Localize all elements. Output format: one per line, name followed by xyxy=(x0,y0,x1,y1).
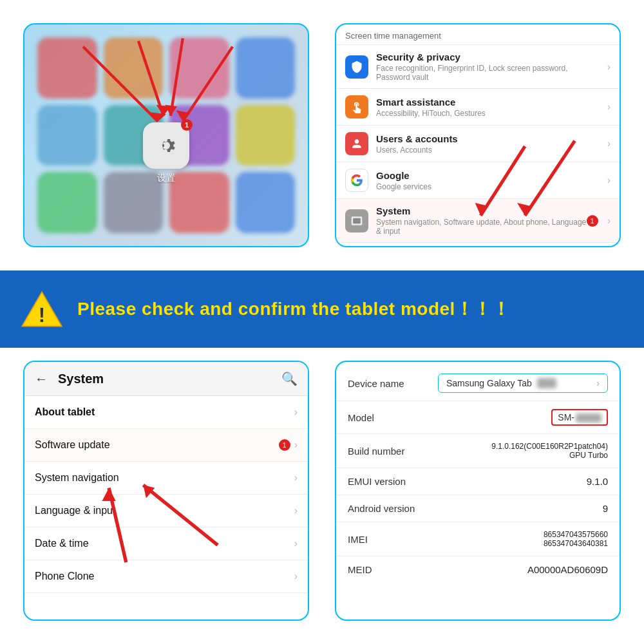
warning-triangle-icon: ! xyxy=(19,290,64,328)
top-left-panel: 1 设置 xyxy=(0,0,322,270)
settings-app-label: 设置 xyxy=(157,173,175,184)
settings-item-users: Users & accounts Users, Accounts › xyxy=(336,126,620,162)
software-update-item[interactable]: Software update 1 › xyxy=(24,429,308,462)
navigation-chevron: › xyxy=(294,472,298,484)
settings-item-google: Google Google services › xyxy=(336,162,620,199)
android-value: 9 xyxy=(431,503,608,514)
bottom-left-panel-wrapper: ← System 🔍 About tablet › Software updat… xyxy=(0,348,322,644)
settings-item-smart: Smart assistance Accessibility, HiTouch,… xyxy=(336,89,620,126)
software-badge: 1 xyxy=(279,439,290,451)
model-value-wrap: SM- xyxy=(431,409,608,426)
security-icon xyxy=(345,55,368,79)
settings-icon-wrap: 1 xyxy=(143,122,189,169)
security-title: Security & privacy xyxy=(376,52,602,62)
security-text: Security & privacy Face recognition, Fin… xyxy=(376,52,602,82)
emui-label: EMUI version xyxy=(348,476,431,487)
device-name-row: Device name Samsung Galaxy Tab › xyxy=(336,366,620,401)
model-row: Model SM- xyxy=(336,401,620,434)
build-row: Build number 9.1.0.162(C00E160R2P1patch0… xyxy=(336,434,620,468)
system-text: System System navigation, Software updat… xyxy=(376,205,587,236)
security-subtitle: Face recognition, Fingerprint ID, Lock s… xyxy=(376,64,602,82)
date-time-item[interactable]: Date & time › xyxy=(24,527,308,560)
svg-text:!: ! xyxy=(39,304,45,327)
device-name-chevron: › xyxy=(596,378,600,388)
svg-rect-9 xyxy=(353,218,361,223)
about-chevron: › xyxy=(294,406,298,418)
smart-subtitle: Accessibility, HiTouch, Gestures xyxy=(376,109,602,118)
device-name-label: Device name xyxy=(348,378,431,389)
emui-row: EMUI version 9.1.0 xyxy=(336,468,620,495)
google-chevron: › xyxy=(607,175,611,186)
model-blur xyxy=(576,413,601,422)
android-label: Android version xyxy=(348,503,431,514)
phone-clone-item[interactable]: Phone Clone › xyxy=(24,560,308,593)
settings-menu: Screen time management Security & privac… xyxy=(335,23,621,247)
settings-screenshot: 1 设置 xyxy=(23,23,309,247)
navigation-label: System navigation xyxy=(35,472,294,484)
blur-icon-8 xyxy=(236,105,296,166)
device-name-value: Samsung Galaxy Tab xyxy=(446,378,532,388)
system-header: ← System 🔍 xyxy=(24,362,308,396)
language-item[interactable]: Language & input › xyxy=(24,495,308,527)
system-panel-title: System xyxy=(58,372,281,386)
language-chevron: › xyxy=(294,505,298,516)
meid-label: MEID xyxy=(348,564,431,575)
google-subtitle: Google services xyxy=(376,182,602,191)
blur-icon-9 xyxy=(37,172,97,233)
system-subtitle: System navigation, Software update, Abou… xyxy=(376,218,587,236)
blur-icon-5 xyxy=(37,105,97,166)
gear-icon xyxy=(152,131,180,160)
smart-chevron: › xyxy=(607,101,611,113)
device-name-blurred xyxy=(537,378,556,388)
device-name-box: Samsung Galaxy Tab › xyxy=(438,374,608,393)
google-text: Google Google services xyxy=(376,170,602,191)
banner-text: Please check and confirm the tablet mode… xyxy=(77,297,510,321)
blur-icon-4 xyxy=(236,37,296,99)
system-settings-panel: ← System 🔍 About tablet › Software updat… xyxy=(23,361,309,621)
settings-badge: 1 xyxy=(181,119,193,131)
navigation-item[interactable]: System navigation › xyxy=(24,462,308,495)
build-value: 9.1.0.162(C00E160R2P1patch04)GPU Turbo xyxy=(431,442,608,460)
smart-title: Smart assistance xyxy=(376,97,602,108)
imei-row: IMEI 865347043575660865347043640381 xyxy=(336,522,620,556)
smart-text: Smart assistance Accessibility, HiTouch,… xyxy=(376,97,602,118)
phone-clone-chevron: › xyxy=(294,571,298,582)
search-icon[interactable]: 🔍 xyxy=(281,371,298,386)
software-chevron: › xyxy=(294,439,298,451)
security-chevron: › xyxy=(607,61,611,73)
google-title: Google xyxy=(376,170,602,181)
settings-app-center: 1 设置 xyxy=(143,122,189,184)
users-text: Users & accounts Users, Accounts xyxy=(376,133,602,155)
software-update-label: Software update xyxy=(35,439,279,451)
blur-icon-3 xyxy=(169,37,229,99)
meid-value: A00000AD60609D xyxy=(431,564,608,575)
blur-icon-12 xyxy=(236,172,296,233)
system-icon xyxy=(345,209,368,232)
users-icon xyxy=(345,132,368,155)
users-chevron: › xyxy=(607,138,611,149)
language-label: Language & input xyxy=(35,505,294,516)
top-right-panel: Screen time management Security & privac… xyxy=(322,0,644,270)
system-badge: 1 xyxy=(587,215,598,227)
model-value: SM- xyxy=(551,409,608,426)
bottom-right-panel-wrapper: Device name Samsung Galaxy Tab › Model S… xyxy=(322,348,644,644)
screen-time-header: Screen time management xyxy=(336,24,620,45)
system-chevron: › xyxy=(607,215,611,227)
users-subtitle: Users, Accounts xyxy=(376,146,602,155)
phone-clone-label: Phone Clone xyxy=(35,571,294,582)
smart-icon xyxy=(345,95,368,118)
settings-item-security: Security & privacy Face recognition, Fin… xyxy=(336,45,620,89)
date-chevron: › xyxy=(294,538,298,549)
imei-label: IMEI xyxy=(348,534,431,545)
model-label: Model xyxy=(348,412,431,423)
system-title: System xyxy=(376,205,587,216)
imei-value: 865347043575660865347043640381 xyxy=(431,530,608,548)
build-label: Build number xyxy=(348,446,431,457)
about-tablet-item[interactable]: About tablet › xyxy=(24,396,308,429)
date-time-label: Date & time xyxy=(35,538,294,549)
meid-row: MEID A00000AD60609D xyxy=(336,556,620,583)
device-info-panel: Device name Samsung Galaxy Tab › Model S… xyxy=(335,361,621,621)
emui-value: 9.1.0 xyxy=(431,476,608,487)
back-arrow-icon[interactable]: ← xyxy=(35,372,48,386)
settings-item-system: System System navigation, Software updat… xyxy=(336,199,620,243)
